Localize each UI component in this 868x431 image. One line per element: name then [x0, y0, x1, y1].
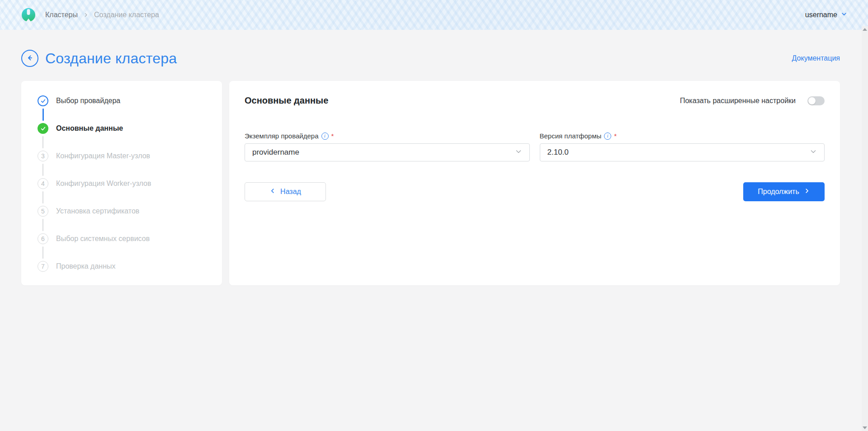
chevron-right-icon — [804, 188, 810, 196]
step-indicator: 4 — [38, 178, 48, 189]
form-heading: Основные данные — [245, 95, 328, 106]
continue-button[interactable]: Продолжить — [743, 182, 825, 201]
back-button[interactable]: Назад — [245, 182, 326, 201]
stepper-step[interactable]: 4 Конфигурация Worker-узлов — [38, 178, 208, 189]
platform-version-value: 2.10.0 — [547, 148, 569, 157]
toggle-knob — [808, 97, 816, 104]
step-label: Конфигурация Master-узлов — [56, 152, 150, 160]
stepper-step[interactable]: Основные данные — [38, 123, 208, 134]
stepper-step[interactable]: 5 Установка сертификатов — [38, 206, 208, 217]
step-label: Установка сертификатов — [56, 207, 139, 215]
required-asterisk: * — [614, 132, 617, 140]
provider-instance-select[interactable]: providername — [245, 143, 530, 161]
page-title: Создание кластера — [45, 50, 177, 67]
top-header: Кластеры Создание кластера username — [0, 0, 868, 30]
step-indicator: 3 — [38, 151, 48, 161]
provider-instance-value: providername — [252, 148, 299, 157]
arrow-left-icon — [26, 54, 34, 63]
chevron-right-icon — [83, 12, 89, 18]
brand-logo-icon[interactable] — [22, 8, 35, 22]
step-indicator: 7 — [38, 261, 48, 272]
step-connector — [42, 136, 43, 148]
advanced-settings-label: Показать расширенные настройки — [680, 97, 796, 105]
stepper-step[interactable]: 3 Конфигурация Master-узлов — [38, 151, 208, 161]
stepper: Выбор провайдера Основные данные 3 Конфи… — [38, 95, 208, 272]
step-connector — [42, 191, 43, 204]
chevron-down-icon — [515, 148, 522, 157]
info-icon[interactable] — [321, 133, 329, 140]
step-indicator: 5 — [38, 206, 48, 217]
back-arrow-button[interactable] — [21, 50, 38, 67]
title-row: Создание кластера Документация — [21, 50, 840, 67]
provider-instance-label: Экземпляр провайдера — [245, 132, 319, 140]
chevron-down-icon — [810, 148, 817, 157]
username-label: username — [805, 11, 837, 19]
scroll-down-icon[interactable] — [863, 426, 867, 429]
step-connector — [42, 164, 43, 176]
step-connector — [42, 219, 43, 231]
chevron-left-icon — [269, 188, 276, 196]
breadcrumb: Кластеры Создание кластера — [45, 11, 159, 19]
check-icon — [38, 95, 48, 106]
form-card: Основные данные Показать расширенные нас… — [229, 81, 840, 285]
breadcrumb-clusters[interactable]: Кластеры — [45, 11, 78, 19]
stepper-step[interactable]: 7 Проверка данных — [38, 261, 208, 272]
platform-version-label: Версия платформы — [540, 132, 602, 140]
chevron-down-icon — [841, 11, 847, 19]
stepper-step[interactable]: 6 Выбор системных сервисов — [38, 233, 208, 244]
step-connector — [42, 246, 43, 259]
step-label: Выбор системных сервисов — [56, 235, 150, 243]
stepper-step[interactable]: Выбор провайдера — [38, 95, 208, 106]
vertical-scrollbar[interactable] — [862, 26, 868, 431]
continue-button-label: Продолжить — [758, 188, 799, 196]
breadcrumb-create-cluster: Создание кластера — [94, 11, 159, 19]
step-label: Конфигурация Worker-узлов — [56, 180, 151, 188]
user-menu[interactable]: username — [805, 11, 847, 19]
required-asterisk: * — [331, 132, 334, 140]
provider-instance-field: Экземпляр провайдера * providername — [245, 132, 530, 161]
platform-version-select[interactable]: 2.10.0 — [540, 143, 825, 161]
step-label: Основные данные — [56, 124, 123, 133]
back-button-label: Назад — [280, 188, 301, 196]
documentation-link[interactable]: Документация — [792, 54, 840, 62]
step-indicator: 6 — [38, 233, 48, 244]
step-connector — [42, 109, 44, 121]
check-icon — [38, 123, 48, 134]
step-label: Проверка данных — [56, 262, 116, 270]
advanced-settings-toggle[interactable] — [807, 96, 825, 105]
step-label: Выбор провайдера — [56, 97, 120, 105]
info-icon[interactable] — [604, 133, 611, 140]
platform-version-field: Версия платформы * 2.10.0 — [540, 132, 825, 161]
stepper-card: Выбор провайдера Основные данные 3 Конфи… — [21, 81, 222, 285]
scroll-up-icon[interactable] — [863, 28, 867, 31]
page-body: Создание кластера Документация Выбор про… — [0, 30, 868, 285]
